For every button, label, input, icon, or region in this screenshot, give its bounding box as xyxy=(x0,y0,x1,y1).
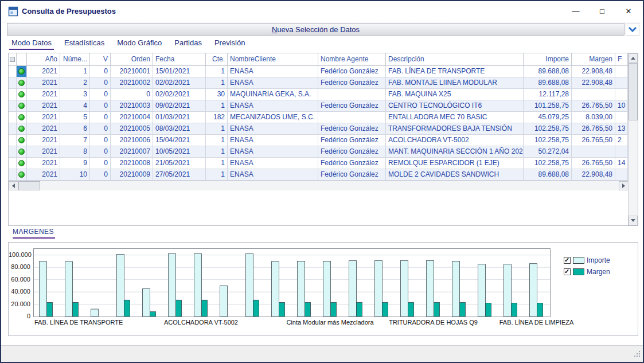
grid-cell[interactable]: FAB. MAQUINA X25 xyxy=(386,89,524,100)
new-selection-button[interactable]: Nueva Selección de Datos xyxy=(7,23,625,36)
column-header-blank[interactable] xyxy=(17,53,27,66)
vertical-scrollbar[interactable] xyxy=(628,53,638,225)
grid-cell[interactable]: 89.688,08 xyxy=(524,169,572,181)
grid-cell[interactable]: 2021 xyxy=(27,158,60,169)
grid-cell[interactable]: 0 xyxy=(90,66,111,77)
grid-cell[interactable]: 08/03/2021 xyxy=(153,123,206,135)
row-selector-cell[interactable] xyxy=(9,158,17,169)
row-selector-cell[interactable] xyxy=(9,146,17,158)
grid-cell[interactable]: FAB. MONTAJE LIINEA MODULAR xyxy=(386,77,524,89)
grid-cell[interactable]: ENASA xyxy=(228,77,318,89)
tab-modo-grafico[interactable]: Modo Gráfico xyxy=(115,37,164,50)
grid-cell[interactable]: 0 xyxy=(90,158,111,169)
grid-cell[interactable]: 10 xyxy=(60,169,90,181)
tab-estadisticas[interactable]: Estadísticas xyxy=(62,37,107,50)
grid-cell[interactable]: 182 xyxy=(206,112,228,123)
grid-cell[interactable]: Fedérico González xyxy=(318,77,386,89)
grid-cell[interactable]: 2021 xyxy=(27,169,60,181)
grid-cell[interactable]: 89.688,08 xyxy=(524,77,572,89)
grid-cell[interactable]: 2021 xyxy=(27,89,60,100)
row-selector-cell[interactable] xyxy=(9,123,17,135)
grid-cell[interactable]: 02/02/2021 xyxy=(153,89,206,100)
grid-cell[interactable]: 2021 xyxy=(27,100,60,112)
column-header-ano[interactable]: Año xyxy=(27,53,60,66)
grid-cell[interactable]: 10 xyxy=(615,100,628,112)
grid-cell[interactable]: ENASA xyxy=(228,146,318,158)
grid-cell[interactable] xyxy=(615,77,628,89)
grid-cell[interactable]: 2021 xyxy=(27,135,60,146)
grid-cell[interactable]: Fedérico González xyxy=(318,66,386,77)
scroll-up-button[interactable] xyxy=(629,53,638,63)
column-header-nombrecliente[interactable]: NombreCliente xyxy=(228,53,318,66)
grid-cell[interactable] xyxy=(572,146,615,158)
resize-grip[interactable] xyxy=(634,349,641,360)
row-status-cell[interactable] xyxy=(17,169,27,181)
column-header-fecha[interactable]: Fecha xyxy=(153,53,206,66)
grid-cell[interactable]: 2 xyxy=(60,77,90,89)
row-status-cell[interactable] xyxy=(17,77,27,89)
scroll-down-button[interactable] xyxy=(629,216,638,225)
row-status-cell[interactable] xyxy=(17,100,27,112)
expand-selection-button[interactable] xyxy=(626,23,639,36)
grid-cell[interactable]: 9 xyxy=(60,158,90,169)
grid-cell[interactable]: 102.258,75 xyxy=(524,158,572,169)
scroll-right-button[interactable] xyxy=(619,181,629,190)
grid-cell[interactable]: 0 xyxy=(90,123,111,135)
row-selector-cell[interactable] xyxy=(9,77,17,89)
column-header-v[interactable]: V xyxy=(90,53,111,66)
grid-cell[interactable]: 20210002 xyxy=(111,77,153,89)
grid-cell[interactable]: 14 xyxy=(615,158,628,169)
grid-cell[interactable]: 15/01/2021 xyxy=(153,66,206,77)
grid-cell[interactable] xyxy=(318,112,386,123)
grid-cell[interactable]: 1 xyxy=(206,135,228,146)
grid-cell[interactable]: 0 xyxy=(90,77,111,89)
grid-cell[interactable]: 6 xyxy=(60,123,90,135)
grid-cell[interactable] xyxy=(615,89,628,100)
grid-cell[interactable]: ENTALLADORA MEC 70 BASIC xyxy=(386,112,524,123)
grid-cell[interactable]: 22.908,48 xyxy=(572,169,615,181)
grid-cell[interactable]: 20210007 xyxy=(111,146,153,158)
grid-cell[interactable]: 13 xyxy=(615,123,628,135)
grid-cell[interactable]: ENASA xyxy=(228,66,318,77)
grid-cell[interactable]: 8 xyxy=(60,146,90,158)
grid-cell[interactable]: 2021 xyxy=(27,77,60,89)
grid-cell[interactable]: Fedérico González xyxy=(318,146,386,158)
close-button[interactable]: ✕ xyxy=(615,1,642,21)
grid-cell[interactable]: 27/05/2021 xyxy=(153,169,206,181)
grid-cell[interactable]: 20210005 xyxy=(111,123,153,135)
grid-cell[interactable]: Fedérico González xyxy=(318,100,386,112)
grid-cell[interactable]: MECANIZADOS UME, S.C. xyxy=(228,112,318,123)
grid-cell[interactable]: 26.765,50 xyxy=(572,100,615,112)
grid-cell[interactable]: ACOLCHADORA VT-5002 xyxy=(386,135,524,146)
row-selector-cell[interactable] xyxy=(9,169,17,181)
row-status-cell[interactable] xyxy=(17,146,27,158)
row-status-cell[interactable] xyxy=(17,135,27,146)
grid-cell[interactable]: 02/02/2021 xyxy=(153,77,206,89)
grid-cell[interactable]: Fedérico González xyxy=(318,123,386,135)
grid-cell[interactable]: ENASA xyxy=(228,123,318,135)
horizontal-scrollbar[interactable] xyxy=(9,181,629,190)
grid-cell[interactable]: 26.765,50 xyxy=(572,123,615,135)
titlebar[interactable]: Consulta de Presupuestos — □ ✕ xyxy=(1,1,643,22)
grid-cell[interactable]: 0 xyxy=(90,100,111,112)
row-selector-cell[interactable] xyxy=(9,66,17,77)
grid-cell[interactable]: 26.765,50 xyxy=(572,158,615,169)
grid-cell[interactable] xyxy=(615,169,628,181)
grid-cell[interactable]: MOLDE 2 CAVIDADES SANDWICH xyxy=(386,169,524,181)
tab-prevision[interactable]: Previsión xyxy=(212,37,247,50)
grid-cell[interactable]: 5 xyxy=(60,112,90,123)
grid-cell[interactable]: 20210004 xyxy=(111,112,153,123)
grid-cell[interactable]: 1 xyxy=(206,66,228,77)
grid-cell[interactable]: ENASA xyxy=(228,169,318,181)
grid-cell[interactable]: 15/04/2021 xyxy=(153,135,206,146)
row-status-cell[interactable] xyxy=(17,112,27,123)
tab-modo-datos[interactable]: Modo Datos xyxy=(9,37,54,50)
grid-cell[interactable]: 8.039,00 xyxy=(572,112,615,123)
row-selector-cell[interactable] xyxy=(9,100,17,112)
grid-cell[interactable]: Fedérico González xyxy=(318,135,386,146)
grid-cell[interactable]: CENTRO TECNOLÓGICO IT6 xyxy=(386,100,524,112)
grid-cell[interactable]: 2 xyxy=(615,135,628,146)
grid-cell[interactable]: 2021 xyxy=(27,123,60,135)
grid-cell[interactable]: 2021 xyxy=(27,112,60,123)
grid-cell[interactable]: 0 xyxy=(90,146,111,158)
